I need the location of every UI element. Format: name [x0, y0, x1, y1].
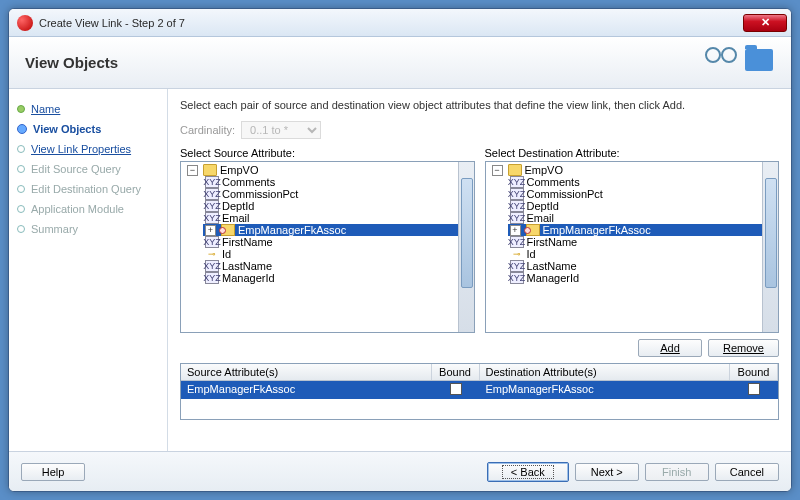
step-application-module: Application Module — [15, 199, 161, 219]
titlebar[interactable]: Create View Link - Step 2 of 7 ✕ — [9, 9, 791, 37]
tree-node[interactable]: XYZFirstName — [508, 236, 779, 248]
tree-node-label: Id — [222, 248, 231, 260]
col-dest-attr[interactable]: Destination Attribute(s) — [480, 364, 731, 380]
add-button[interactable]: Add — [638, 339, 702, 357]
key-icon: ⊸ — [205, 248, 219, 260]
attr-icon: XYZ — [510, 260, 524, 272]
tree-node-label: DeptId — [527, 200, 559, 212]
tree-node[interactable]: XYZEmail — [508, 212, 779, 224]
attr-icon: XYZ — [205, 212, 219, 224]
tree-node[interactable]: XYZCommissionPct — [203, 188, 474, 200]
close-icon: ✕ — [761, 16, 770, 29]
col-bound-1[interactable]: Bound — [432, 364, 480, 380]
tree-node[interactable]: XYZComments — [203, 176, 474, 188]
table-row[interactable]: EmpManagerFkAssoc EmpManagerFkAssoc — [181, 381, 778, 399]
tree-node-label: LastName — [527, 260, 577, 272]
tree-node-label: ManagerId — [222, 272, 275, 284]
scrollbar-thumb[interactable] — [461, 178, 473, 288]
tree-node[interactable]: ⊸Id — [508, 248, 779, 260]
dest-tree[interactable]: −EmpVOXYZCommentsXYZCommissionPctXYZDept… — [485, 161, 780, 333]
attr-icon: XYZ — [205, 188, 219, 200]
assoc-icon — [526, 224, 540, 236]
tree-node[interactable]: XYZLastName — [203, 260, 474, 272]
page-title: View Objects — [25, 54, 118, 71]
tree-root[interactable]: −EmpVO — [185, 164, 474, 176]
next-button[interactable]: Next > — [575, 463, 639, 481]
tree-node-label: FirstName — [222, 236, 273, 248]
step-edit-source-query: Edit Source Query — [15, 159, 161, 179]
cardinality-label: Cardinality: — [180, 124, 235, 136]
tree-node[interactable]: XYZComments — [508, 176, 779, 188]
tree-node-label: LastName — [222, 260, 272, 272]
tree-node[interactable]: XYZEmail — [203, 212, 474, 224]
tree-node[interactable]: +EmpManagerFkAssoc — [508, 224, 779, 236]
collapse-icon[interactable]: − — [187, 165, 198, 176]
attr-icon: XYZ — [510, 272, 524, 284]
cell-source-attr: EmpManagerFkAssoc — [181, 381, 432, 399]
wizard-footer: Help < Back Next > Finish Cancel — [9, 451, 791, 491]
wizard-header: View Objects — [9, 37, 791, 89]
scrollbar-thumb[interactable] — [765, 178, 777, 288]
app-icon — [17, 15, 33, 31]
step-view-objects[interactable]: View Objects — [15, 119, 161, 139]
scrollbar[interactable] — [762, 162, 778, 332]
cell-dest-attr: EmpManagerFkAssoc — [480, 381, 731, 399]
tree-node[interactable]: XYZDeptId — [203, 200, 474, 212]
col-bound-2[interactable]: Bound — [730, 364, 778, 380]
tree-node[interactable]: XYZManagerId — [508, 272, 779, 284]
scrollbar[interactable] — [458, 162, 474, 332]
step-name[interactable]: Name — [15, 99, 161, 119]
assoc-icon — [221, 224, 235, 236]
help-button[interactable]: Help — [21, 463, 85, 481]
step-view-link-properties[interactable]: View Link Properties — [15, 139, 161, 159]
tree-node-label: FirstName — [527, 236, 578, 248]
attr-icon: XYZ — [510, 188, 524, 200]
attr-icon: XYZ — [205, 176, 219, 188]
attr-icon: XYZ — [510, 176, 524, 188]
wizard-window: Create View Link - Step 2 of 7 ✕ View Ob… — [8, 8, 792, 492]
expand-icon[interactable]: + — [205, 225, 216, 236]
expand-icon[interactable]: + — [510, 225, 521, 236]
cancel-button[interactable]: Cancel — [715, 463, 779, 481]
tree-node-label: Comments — [222, 176, 275, 188]
back-button[interactable]: < Back — [487, 462, 569, 482]
attr-icon: XYZ — [205, 260, 219, 272]
tree-node[interactable]: XYZCommissionPct — [508, 188, 779, 200]
tree-node-label: ManagerId — [527, 272, 580, 284]
glasses-icon — [705, 47, 735, 59]
finish-button: Finish — [645, 463, 709, 481]
bound-checkbox[interactable] — [450, 383, 462, 395]
attribute-pairs-table: Source Attribute(s) Bound Destination At… — [180, 363, 779, 420]
tree-node[interactable]: ⊸Id — [203, 248, 474, 260]
collapse-icon[interactable]: − — [492, 165, 503, 176]
tree-node[interactable]: +EmpManagerFkAssoc — [203, 224, 474, 236]
cardinality-row: Cardinality: 0..1 to * — [180, 121, 779, 139]
tree-node-label: CommissionPct — [527, 188, 603, 200]
key-icon: ⊸ — [510, 248, 524, 260]
bound-checkbox[interactable] — [748, 383, 760, 395]
tree-node-label: Email — [527, 212, 555, 224]
col-source-attr[interactable]: Source Attribute(s) — [181, 364, 432, 380]
tree-node[interactable]: XYZLastName — [508, 260, 779, 272]
tree-node[interactable]: XYZFirstName — [203, 236, 474, 248]
remove-button[interactable]: Remove — [708, 339, 779, 357]
table-header: Source Attribute(s) Bound Destination At… — [181, 364, 778, 381]
attr-icon: XYZ — [205, 200, 219, 212]
header-art — [705, 43, 775, 83]
wizard-content: Select each pair of source and destinati… — [167, 89, 791, 451]
tree-root[interactable]: −EmpVO — [490, 164, 779, 176]
cardinality-select: 0..1 to * — [241, 121, 321, 139]
attr-icon: XYZ — [205, 236, 219, 248]
tree-node-label: Comments — [527, 176, 580, 188]
tree-node[interactable]: XYZDeptId — [508, 200, 779, 212]
tree-node-label: EmpManagerFkAssoc — [238, 224, 346, 236]
tree-node-label: CommissionPct — [222, 188, 298, 200]
attr-icon: XYZ — [510, 212, 524, 224]
step-summary: Summary — [15, 219, 161, 239]
close-button[interactable]: ✕ — [743, 14, 787, 32]
attr-icon: XYZ — [510, 200, 524, 212]
source-tree[interactable]: −EmpVOXYZCommentsXYZCommissionPctXYZDept… — [180, 161, 475, 333]
tree-node-label: EmpManagerFkAssoc — [543, 224, 651, 236]
window-title: Create View Link - Step 2 of 7 — [39, 17, 185, 29]
tree-node[interactable]: XYZManagerId — [203, 272, 474, 284]
